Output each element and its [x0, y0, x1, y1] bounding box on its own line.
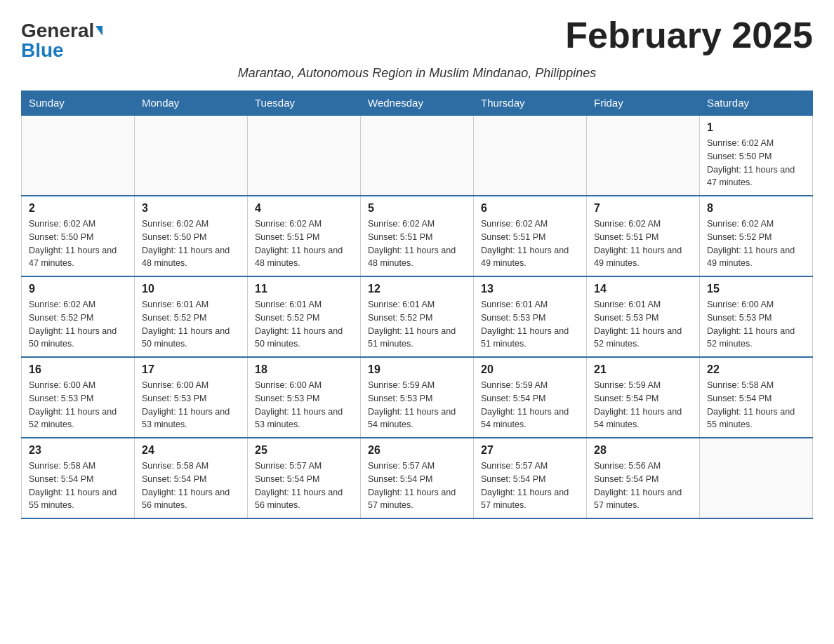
title-area: February 2025: [565, 14, 813, 56]
day-number: 19: [368, 363, 466, 376]
day-info: Sunrise: 6:01 AM Sunset: 5:52 PM Dayligh…: [142, 298, 240, 351]
day-info: Sunrise: 6:01 AM Sunset: 5:53 PM Dayligh…: [594, 298, 692, 351]
day-number: 28: [594, 444, 692, 457]
day-number: 9: [29, 283, 127, 295]
calendar-cell: 12Sunrise: 6:01 AM Sunset: 5:52 PM Dayli…: [361, 276, 474, 357]
day-info: Sunrise: 6:02 AM Sunset: 5:50 PM Dayligh…: [29, 217, 127, 270]
day-number: 4: [255, 202, 353, 215]
day-info: Sunrise: 6:00 AM Sunset: 5:53 PM Dayligh…: [707, 298, 805, 351]
calendar-week-row: 1Sunrise: 6:02 AM Sunset: 5:50 PM Daylig…: [22, 115, 813, 196]
calendar-table: SundayMondayTuesdayWednesdayThursdayFrid…: [21, 90, 813, 519]
day-info: Sunrise: 5:57 AM Sunset: 5:54 PM Dayligh…: [481, 459, 579, 512]
day-info: Sunrise: 6:02 AM Sunset: 5:51 PM Dayligh…: [368, 217, 466, 270]
calendar-cell: 28Sunrise: 5:56 AM Sunset: 5:54 PM Dayli…: [587, 438, 700, 518]
day-number: 17: [142, 363, 240, 376]
day-number: 27: [481, 444, 579, 457]
weekday-header-saturday: Saturday: [700, 91, 813, 116]
calendar-cell: 1Sunrise: 6:02 AM Sunset: 5:50 PM Daylig…: [700, 115, 813, 196]
logo-general-text: General: [21, 21, 94, 41]
month-title: February 2025: [565, 14, 813, 56]
calendar-cell: 27Sunrise: 5:57 AM Sunset: 5:54 PM Dayli…: [474, 438, 587, 518]
day-number: 16: [29, 363, 127, 376]
calendar-cell: [700, 438, 813, 518]
day-number: 20: [481, 363, 579, 376]
day-info: Sunrise: 6:00 AM Sunset: 5:53 PM Dayligh…: [29, 379, 127, 431]
calendar-cell: 10Sunrise: 6:01 AM Sunset: 5:52 PM Dayli…: [135, 276, 248, 357]
calendar-cell: 13Sunrise: 6:01 AM Sunset: 5:53 PM Dayli…: [474, 276, 587, 357]
day-number: 12: [368, 283, 466, 295]
calendar-cell: [474, 115, 587, 196]
calendar-header: SundayMondayTuesdayWednesdayThursdayFrid…: [22, 91, 813, 116]
day-number: 25: [255, 444, 353, 457]
day-number: 3: [142, 202, 240, 215]
day-number: 6: [481, 202, 579, 215]
calendar-cell: 6Sunrise: 6:02 AM Sunset: 5:51 PM Daylig…: [474, 196, 587, 276]
day-number: 23: [29, 444, 127, 457]
day-number: 10: [142, 283, 240, 295]
day-info: Sunrise: 6:01 AM Sunset: 5:52 PM Dayligh…: [368, 298, 466, 351]
calendar-week-row: 23Sunrise: 5:58 AM Sunset: 5:54 PM Dayli…: [22, 438, 813, 518]
day-info: Sunrise: 5:58 AM Sunset: 5:54 PM Dayligh…: [29, 459, 127, 512]
calendar-cell: 21Sunrise: 5:59 AM Sunset: 5:54 PM Dayli…: [587, 357, 700, 438]
calendar-cell: 4Sunrise: 6:02 AM Sunset: 5:51 PM Daylig…: [248, 196, 361, 276]
calendar-cell: [587, 115, 700, 196]
day-number: 22: [707, 363, 805, 376]
day-info: Sunrise: 6:02 AM Sunset: 5:52 PM Dayligh…: [707, 217, 805, 270]
calendar-week-row: 2Sunrise: 6:02 AM Sunset: 5:50 PM Daylig…: [22, 196, 813, 276]
weekday-header-monday: Monday: [135, 91, 248, 116]
day-info: Sunrise: 5:59 AM Sunset: 5:54 PM Dayligh…: [481, 379, 579, 431]
day-number: 24: [142, 444, 240, 457]
day-number: 18: [255, 363, 353, 376]
weekday-header-row: SundayMondayTuesdayWednesdayThursdayFrid…: [22, 91, 813, 116]
day-number: 1: [707, 121, 805, 134]
day-info: Sunrise: 6:02 AM Sunset: 5:50 PM Dayligh…: [707, 137, 805, 189]
day-info: Sunrise: 5:59 AM Sunset: 5:53 PM Dayligh…: [368, 379, 466, 431]
day-info: Sunrise: 6:00 AM Sunset: 5:53 PM Dayligh…: [142, 379, 240, 431]
calendar-cell: 14Sunrise: 6:01 AM Sunset: 5:53 PM Dayli…: [587, 276, 700, 357]
day-number: 8: [707, 202, 805, 215]
calendar-cell: 18Sunrise: 6:00 AM Sunset: 5:53 PM Dayli…: [248, 357, 361, 438]
calendar-week-row: 9Sunrise: 6:02 AM Sunset: 5:52 PM Daylig…: [22, 276, 813, 357]
day-info: Sunrise: 6:02 AM Sunset: 5:51 PM Dayligh…: [594, 217, 692, 270]
day-info: Sunrise: 6:01 AM Sunset: 5:53 PM Dayligh…: [481, 298, 579, 351]
logo-blue-text: Blue: [21, 41, 64, 60]
calendar-cell: 3Sunrise: 6:02 AM Sunset: 5:50 PM Daylig…: [135, 196, 248, 276]
subtitle: Marantao, Autonomous Region in Muslim Mi…: [21, 66, 813, 81]
calendar-cell: 25Sunrise: 5:57 AM Sunset: 5:54 PM Dayli…: [248, 438, 361, 518]
calendar-cell: [22, 115, 135, 196]
day-number: 11: [255, 283, 353, 295]
day-info: Sunrise: 5:57 AM Sunset: 5:54 PM Dayligh…: [368, 459, 466, 512]
calendar-cell: 24Sunrise: 5:58 AM Sunset: 5:54 PM Dayli…: [135, 438, 248, 518]
calendar-cell: 9Sunrise: 6:02 AM Sunset: 5:52 PM Daylig…: [22, 276, 135, 357]
day-number: 2: [29, 202, 127, 215]
calendar-cell: 2Sunrise: 6:02 AM Sunset: 5:50 PM Daylig…: [22, 196, 135, 276]
day-info: Sunrise: 6:02 AM Sunset: 5:51 PM Dayligh…: [481, 217, 579, 270]
calendar-cell: 15Sunrise: 6:00 AM Sunset: 5:53 PM Dayli…: [700, 276, 813, 357]
calendar-cell: 22Sunrise: 5:58 AM Sunset: 5:54 PM Dayli…: [700, 357, 813, 438]
calendar-cell: [248, 115, 361, 196]
calendar-cell: 8Sunrise: 6:02 AM Sunset: 5:52 PM Daylig…: [700, 196, 813, 276]
calendar-cell: 11Sunrise: 6:01 AM Sunset: 5:52 PM Dayli…: [248, 276, 361, 357]
logo: General Blue: [21, 14, 102, 60]
weekday-header-friday: Friday: [587, 91, 700, 116]
day-number: 26: [368, 444, 466, 457]
day-number: 7: [594, 202, 692, 215]
calendar-cell: 20Sunrise: 5:59 AM Sunset: 5:54 PM Dayli…: [474, 357, 587, 438]
calendar-week-row: 16Sunrise: 6:00 AM Sunset: 5:53 PM Dayli…: [22, 357, 813, 438]
day-info: Sunrise: 5:59 AM Sunset: 5:54 PM Dayligh…: [594, 379, 692, 431]
calendar-cell: [135, 115, 248, 196]
day-info: Sunrise: 6:02 AM Sunset: 5:51 PM Dayligh…: [255, 217, 353, 270]
calendar-cell: 5Sunrise: 6:02 AM Sunset: 5:51 PM Daylig…: [361, 196, 474, 276]
day-info: Sunrise: 5:56 AM Sunset: 5:54 PM Dayligh…: [594, 459, 692, 512]
day-number: 14: [594, 283, 692, 295]
page-header: General Blue February 2025: [21, 14, 813, 60]
day-info: Sunrise: 5:58 AM Sunset: 5:54 PM Dayligh…: [142, 459, 240, 512]
day-info: Sunrise: 6:02 AM Sunset: 5:52 PM Dayligh…: [29, 298, 127, 351]
calendar-cell: 17Sunrise: 6:00 AM Sunset: 5:53 PM Dayli…: [135, 357, 248, 438]
calendar-cell: 26Sunrise: 5:57 AM Sunset: 5:54 PM Dayli…: [361, 438, 474, 518]
day-info: Sunrise: 5:58 AM Sunset: 5:54 PM Dayligh…: [707, 379, 805, 431]
weekday-header-tuesday: Tuesday: [248, 91, 361, 116]
day-number: 13: [481, 283, 579, 295]
day-info: Sunrise: 6:01 AM Sunset: 5:52 PM Dayligh…: [255, 298, 353, 351]
day-number: 15: [707, 283, 805, 295]
